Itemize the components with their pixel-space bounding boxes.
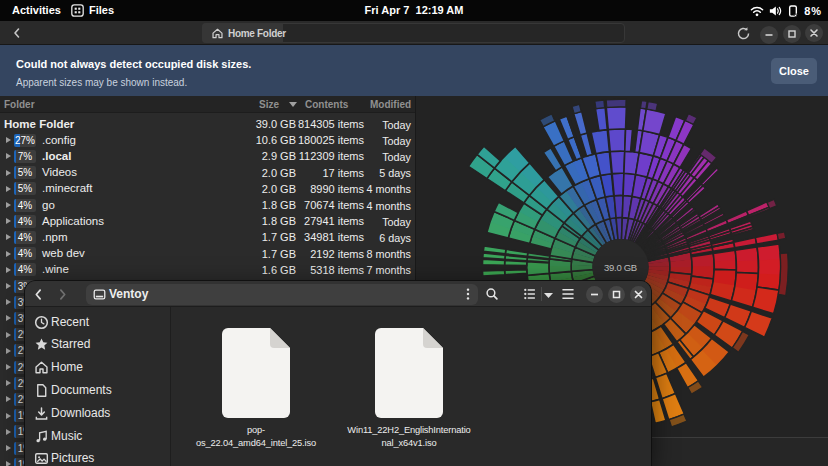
svg-text:39.0 GB: 39.0 GB [604, 262, 637, 273]
